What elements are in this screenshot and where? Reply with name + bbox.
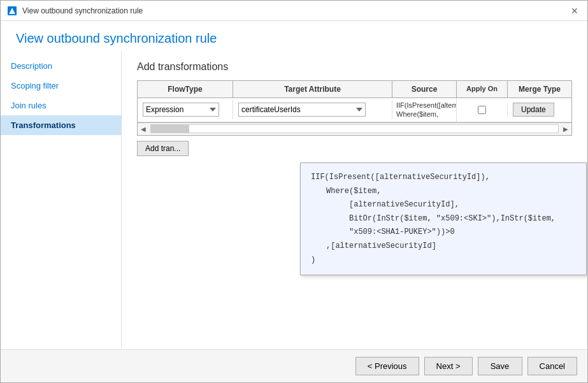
- cancel-button[interactable]: Cancel: [527, 357, 577, 375]
- source-line1: IIF(IsPresent([alternativeSecurityId]),: [396, 101, 452, 110]
- merge-type-cell: Update: [508, 100, 571, 119]
- target-attr-select[interactable]: certificateUserIds: [238, 103, 366, 117]
- app-icon: [7, 6, 17, 16]
- col-target-attr: Target Attribute: [233, 81, 392, 98]
- tooltip-line3: [alternativeSecurityId],: [311, 198, 576, 212]
- transformations-table: FlowType Target Attribute Source Apply O…: [137, 80, 572, 136]
- table-row: Expression Constant Direct certificateUs…: [138, 98, 571, 122]
- update-button[interactable]: Update: [513, 103, 554, 117]
- flow-type-select[interactable]: Expression Constant Direct: [143, 103, 219, 117]
- col-flowtype: FlowType: [138, 81, 233, 98]
- sidebar: Description Scoping filter Join rules Tr…: [1, 51, 122, 349]
- scroll-left-btn[interactable]: ◀: [138, 123, 149, 134]
- page-header: View outbound synchronization rule: [1, 21, 587, 51]
- col-source: Source: [392, 81, 457, 98]
- source-cell[interactable]: IIF(IsPresent([alternativeSecurityId]), …: [392, 98, 457, 122]
- page-title: View outbound synchronization rule: [16, 31, 572, 46]
- sidebar-item-transformations[interactable]: Transformations: [1, 115, 121, 135]
- flow-type-cell: Expression Constant Direct: [138, 100, 233, 119]
- window: View outbound synchronization rule ✕ Vie…: [0, 0, 588, 383]
- main-content: Add transformations FlowType Target Attr…: [122, 51, 587, 349]
- target-attr-cell: certificateUserIds: [233, 100, 392, 119]
- content-area: Description Scoping filter Join rules Tr…: [1, 51, 587, 349]
- next-button[interactable]: Next >: [424, 357, 473, 375]
- tooltip-line1: IIF(IsPresent([alternativeSecurityId]),: [311, 171, 576, 185]
- expression-tooltip: IIF(IsPresent([alternativeSecurityId]), …: [300, 163, 587, 275]
- add-transformation-button[interactable]: Add tran...: [137, 141, 189, 156]
- col-merge-type: Merge Type: [508, 81, 571, 98]
- footer: < Previous Next > Save Cancel: [1, 349, 587, 382]
- horizontal-scrollbar: ◀ ▶: [138, 122, 571, 135]
- close-button[interactable]: ✕: [568, 4, 581, 17]
- tooltip-line4: BitOr(InStr($item, "x509:<SKI>"),InStr($…: [311, 212, 576, 240]
- table-header: FlowType Target Attribute Source Apply O…: [138, 81, 571, 98]
- source-line2: Where($item,: [396, 110, 452, 119]
- window-title: View outbound synchronization rule: [22, 6, 143, 15]
- sidebar-item-scoping-filter[interactable]: Scoping filter: [1, 76, 121, 96]
- col-apply-on: Apply On: [457, 81, 508, 98]
- tooltip-line6: ): [311, 254, 576, 268]
- previous-button[interactable]: < Previous: [355, 357, 419, 375]
- save-button[interactable]: Save: [478, 357, 522, 375]
- section-title: Add transformations: [137, 61, 572, 73]
- sidebar-item-join-rules[interactable]: Join rules: [1, 96, 121, 115]
- tooltip-line5: ,[alternativeSecurityId]: [311, 240, 576, 254]
- scroll-right-btn[interactable]: ▶: [560, 123, 571, 134]
- apply-on-cell: [457, 103, 508, 117]
- tooltip-line2: Where($item,: [311, 185, 576, 199]
- title-bar: View outbound synchronization rule ✕: [1, 1, 587, 21]
- title-bar-left: View outbound synchronization rule: [7, 6, 143, 16]
- sidebar-item-description[interactable]: Description: [1, 56, 121, 76]
- apply-on-checkbox[interactable]: [478, 106, 486, 114]
